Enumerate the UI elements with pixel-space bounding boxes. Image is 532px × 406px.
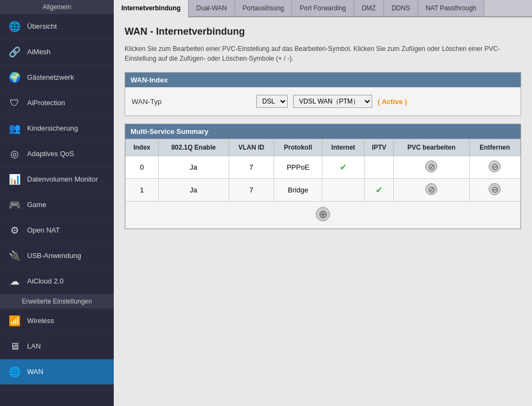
cell-internet: ✔ xyxy=(322,156,365,179)
cell-8021q: Ja xyxy=(158,179,229,202)
pvc-edit-icon[interactable] xyxy=(425,160,437,172)
internet-check-icon: ✔ xyxy=(340,163,347,172)
game-icon: 🎮 xyxy=(8,198,22,212)
page-description: Klicken Sie zum Bearbeiten einer PVC-Ein… xyxy=(125,44,521,63)
lan-icon: 🖥 xyxy=(8,339,22,353)
vdsl-select[interactable]: VDSL WAN（PTM） xyxy=(293,95,372,108)
sidebar-item-usb-anwendung[interactable]: 🔌 USB-Anwendung xyxy=(0,243,114,269)
cell-protokoll: PPPoE xyxy=(274,156,322,179)
sidebar-item-game[interactable]: 🎮 Game xyxy=(0,192,114,218)
page-title: WAN - Internetverbindung xyxy=(125,26,521,37)
cell-iptv xyxy=(365,156,394,179)
dsl-select[interactable]: DSL xyxy=(256,95,288,108)
sidebar-item-adaptives-qos[interactable]: ◎ Adaptives QoS xyxy=(0,141,114,167)
aimesh-icon: 🔗 xyxy=(8,45,22,59)
col-8021q: 802.1Q Enable xyxy=(158,139,229,156)
tab-nat-passthrough[interactable]: NAT Passthrough xyxy=(418,0,485,16)
sidebar-item-label: Game xyxy=(27,201,46,209)
sidebar-item-datenvolumen-monitor[interactable]: 📊 Datenvolumen Monitor xyxy=(0,167,114,192)
gastenetzwerk-icon: 🌍 xyxy=(8,70,22,85)
cell-entfernen[interactable] xyxy=(469,179,521,202)
sidebar-item-label: USB-Anwendung xyxy=(27,252,81,260)
cell-pvc-edit[interactable] xyxy=(394,156,469,179)
remove-icon[interactable] xyxy=(489,183,501,195)
col-internet: Internet xyxy=(322,139,365,156)
kindersicherung-icon: 👥 xyxy=(8,121,22,136)
open-nat-icon: ⚙ xyxy=(8,223,22,237)
sidebar-item-kindersicherung[interactable]: 👥 Kindersicherung xyxy=(0,116,114,141)
tab-internetverbindung[interactable]: Internetverbindung xyxy=(114,0,189,17)
cell-entfernen[interactable] xyxy=(469,156,521,179)
qos-icon: ◎ xyxy=(8,147,22,161)
sidebar-erweitert-header: Erweiterte Einstellungen xyxy=(0,294,114,308)
main-content: Internetverbindung Dual-WAN Portauslösun… xyxy=(114,0,532,406)
sidebar-item-label: WAN xyxy=(27,368,43,376)
wan-typ-label: WAN-Typ xyxy=(132,98,251,106)
sidebar-item-lan[interactable]: 🖥 LAN xyxy=(0,334,114,359)
col-protokoll: Protokoll xyxy=(274,139,322,156)
cell-index: 0 xyxy=(126,156,159,179)
sidebar-item-label: AiProtection xyxy=(27,99,65,107)
sidebar-item-gastenetzwerk[interactable]: 🌍 Gästenetzwerk xyxy=(0,65,114,91)
col-vlan-id: VLAN ID xyxy=(229,139,274,156)
col-iptv: IPTV xyxy=(365,139,394,156)
sidebar-item-wan[interactable]: 🌐 WAN xyxy=(0,359,114,385)
col-entfernen: Entfernen xyxy=(469,139,521,156)
wan-index-section: WAN-Index WAN-Typ DSL VDSL WAN（PTM） ( Ac… xyxy=(125,72,521,116)
sidebar-item-label: Übersicht xyxy=(27,22,57,31)
tab-port-forwarding[interactable]: Port Forwarding xyxy=(292,0,354,16)
add-entry-icon[interactable] xyxy=(316,207,330,221)
iptv-check-icon: ✔ xyxy=(375,185,382,195)
add-row xyxy=(126,202,521,229)
sidebar-item-label: LAN xyxy=(27,342,41,351)
cell-index: 1 xyxy=(126,179,159,202)
sidebar-item-label: AiCloud 2.0 xyxy=(27,277,63,286)
aiprotection-icon: 🛡 xyxy=(8,96,22,110)
cell-protokoll: Bridge xyxy=(274,179,322,202)
remove-icon[interactable] xyxy=(489,160,501,172)
sidebar-item-aimesh[interactable]: 🔗 AiMesh xyxy=(0,40,114,65)
wan-index-header: WAN-Index xyxy=(125,73,521,87)
summary-table: Index 802.1Q Enable VLAN ID Protokoll In… xyxy=(125,139,521,229)
cell-vlan-id: 7 xyxy=(229,156,274,179)
sidebar-item-aicloud[interactable]: ☁ AiCloud 2.0 xyxy=(0,269,114,294)
sidebar-allgemein-header: Allgemein xyxy=(0,0,114,14)
sidebar-item-aiprotection[interactable]: 🛡 AiProtection xyxy=(0,91,114,116)
table-header-row: Index 802.1Q Enable VLAN ID Protokoll In… xyxy=(126,139,521,156)
multi-service-header: Multi-Service Summary xyxy=(125,124,521,139)
cell-iptv: ✔ xyxy=(365,179,394,202)
cell-8021q: Ja xyxy=(158,156,229,179)
tab-dual-wan[interactable]: Dual-WAN xyxy=(189,0,235,16)
ubersicht-icon: 🌐 xyxy=(8,20,22,34)
pvc-edit-icon[interactable] xyxy=(425,183,437,195)
tab-dmz[interactable]: DMZ xyxy=(354,0,384,16)
tab-ddns[interactable]: DDNS xyxy=(384,0,418,16)
wan-typ-row: WAN-Typ DSL VDSL WAN（PTM） ( Active ) xyxy=(132,93,514,110)
table-row: 1 Ja 7 Bridge ✔ xyxy=(126,179,521,202)
sidebar-item-ubersicht[interactable]: 🌐 Übersicht xyxy=(0,14,114,40)
col-index: Index xyxy=(126,139,159,156)
sidebar-item-label: AiMesh xyxy=(27,48,50,56)
add-cell[interactable] xyxy=(126,202,521,229)
wan-index-content: WAN-Typ DSL VDSL WAN（PTM） ( Active ) xyxy=(125,87,521,115)
sidebar-item-label: Adaptives QoS xyxy=(27,150,74,158)
multi-service-content: Index 802.1Q Enable VLAN ID Protokoll In… xyxy=(125,139,521,229)
tab-bar: Internetverbindung Dual-WAN Portauslösun… xyxy=(114,0,532,17)
monitor-icon: 📊 xyxy=(8,172,22,186)
wan-icon: 🌐 xyxy=(8,365,22,379)
cell-internet xyxy=(322,179,365,202)
sidebar-item-open-nat[interactable]: ⚙ Open NAT xyxy=(0,218,114,243)
sidebar-item-label: Datenvolumen Monitor xyxy=(27,175,98,184)
cell-pvc-edit[interactable] xyxy=(394,179,469,202)
col-pvc-bearbeiten: PVC bearbeiten xyxy=(394,139,469,156)
tab-portauslosung[interactable]: Portauslösung xyxy=(235,0,293,16)
sidebar-item-wireless[interactable]: 📶 Wireless xyxy=(0,308,114,334)
table-row: 0 Ja 7 PPPoE ✔ xyxy=(126,156,521,179)
sidebar-item-label: Kindersicherung xyxy=(27,124,78,133)
sidebar-item-label: Open NAT xyxy=(27,226,60,235)
sidebar-item-label: Wireless xyxy=(27,317,54,325)
wireless-icon: 📶 xyxy=(8,314,22,328)
aicloud-icon: ☁ xyxy=(8,274,22,288)
cell-vlan-id: 7 xyxy=(229,179,274,202)
active-badge: ( Active ) xyxy=(378,98,407,106)
